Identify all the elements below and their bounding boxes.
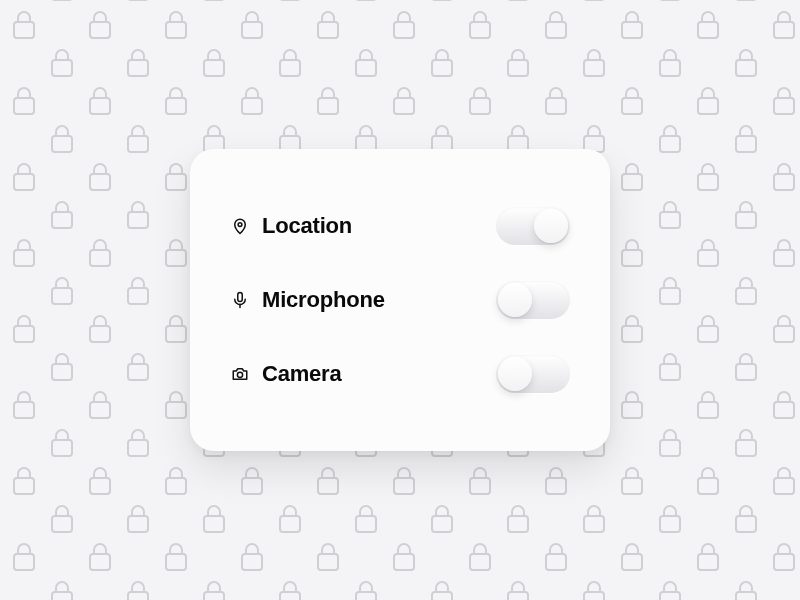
permission-label: Camera [262, 361, 342, 387]
permission-left: Location [230, 213, 352, 239]
camera-icon [230, 364, 250, 384]
svg-point-3 [237, 372, 242, 377]
permission-left: Microphone [230, 287, 385, 313]
toggle-knob [498, 357, 532, 391]
permission-row-location: Location [230, 189, 570, 263]
permissions-card: Location Microphone Camera [190, 149, 610, 451]
toggle-location[interactable] [496, 207, 570, 245]
permission-label: Microphone [262, 287, 385, 313]
location-pin-icon [230, 216, 250, 236]
toggle-knob [534, 209, 568, 243]
permission-label: Location [262, 213, 352, 239]
svg-point-0 [238, 223, 242, 227]
permission-row-camera: Camera [230, 337, 570, 411]
toggle-microphone[interactable] [496, 281, 570, 319]
toggle-knob [498, 283, 532, 317]
permission-row-microphone: Microphone [230, 263, 570, 337]
microphone-icon [230, 290, 250, 310]
toggle-camera[interactable] [496, 355, 570, 393]
permission-left: Camera [230, 361, 342, 387]
svg-rect-1 [238, 293, 243, 302]
